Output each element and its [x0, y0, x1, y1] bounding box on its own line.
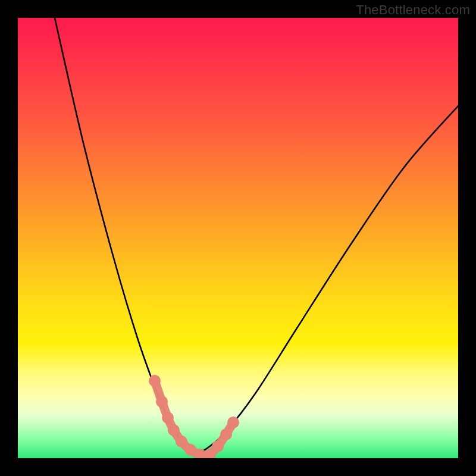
svg-point-2 [162, 412, 174, 424]
svg-point-9 [212, 440, 224, 452]
chart-svg [18, 18, 458, 458]
curve-left [55, 18, 195, 455]
curve-right [195, 106, 458, 455]
chart-frame [18, 18, 458, 458]
svg-point-3 [168, 424, 180, 436]
svg-point-0 [149, 375, 161, 387]
svg-point-11 [227, 416, 239, 428]
svg-point-1 [156, 396, 168, 408]
watermark-text: TheBottleneck.com [356, 2, 470, 18]
svg-point-10 [220, 428, 232, 440]
svg-point-4 [176, 436, 187, 447]
highlight-left [149, 375, 215, 458]
highlight-right [203, 416, 239, 458]
